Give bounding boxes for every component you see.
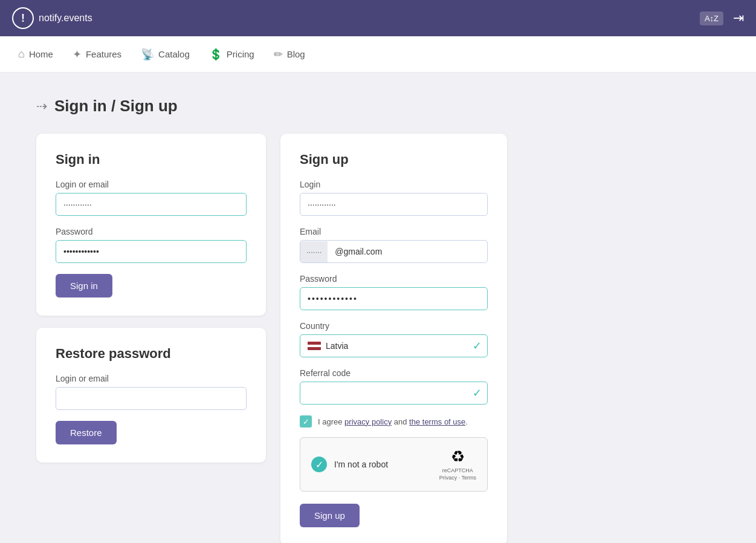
recaptcha-logo: ♻ reCAPTCHAPrivacy · Terms [439, 447, 476, 481]
pricing-icon: 💲 [209, 48, 222, 61]
signup-email-wrapper: ······· @gmail.com [300, 240, 488, 263]
navbar: ⌂ Home ✦ Features 📡 Catalog 💲 Pricing ✏ … [0, 36, 756, 73]
agree-text: I agree privacy policy and the terms of … [318, 417, 468, 426]
signup-button[interactable]: Sign up [300, 504, 360, 527]
signin-password-group: Password [56, 227, 247, 263]
topbar: ! notify.events A↕Z ⇥ [0, 0, 756, 36]
recaptcha-left: ✓ I'm not a robot [311, 457, 388, 472]
signup-card: Sign up Login Email ······· @gmail.com [280, 134, 507, 543]
recaptcha-brand: reCAPTCHAPrivacy · Terms [439, 467, 476, 481]
country-select-wrapper[interactable]: Latvia ✓ [300, 334, 488, 357]
email-prefix: ······· [300, 241, 328, 262]
nav-catalog[interactable]: 📡 Catalog [141, 48, 190, 61]
checkbox-check-icon: ✓ [303, 417, 309, 426]
nav-features-label: Features [86, 49, 121, 59]
signup-country-group: Country Latvia ✓ [300, 321, 488, 357]
logo-area[interactable]: ! notify.events [12, 7, 92, 29]
catalog-icon: 📡 [141, 48, 154, 61]
nav-features[interactable]: ✦ Features [73, 48, 121, 61]
logo-text: notify.events [39, 13, 92, 24]
signin-login-input[interactable] [56, 193, 247, 216]
referral-check-icon: ✓ [473, 386, 482, 400]
recaptcha-check-icon: ✓ [311, 457, 327, 472]
page-title-row: ⇢ Sign in / Sign up [36, 97, 720, 115]
signup-password-label: Password [300, 274, 488, 284]
signup-login-group: Login [300, 180, 488, 216]
restore-heading: Restore password [56, 346, 247, 362]
login-icon[interactable]: ⇥ [733, 10, 744, 26]
signup-login-label: Login [300, 180, 488, 189]
page-title-icon: ⇢ [36, 99, 47, 114]
signin-login-group: Login or email [56, 180, 247, 216]
signup-referral-input[interactable] [300, 382, 488, 405]
signup-login-input[interactable] [300, 193, 488, 216]
signup-email-group: Email ······· @gmail.com [300, 227, 488, 263]
signin-heading: Sign in [56, 152, 247, 167]
restore-card: Restore password Login or email Restore [36, 328, 266, 463]
nav-home[interactable]: ⌂ Home [18, 48, 53, 60]
features-icon: ✦ [73, 48, 82, 61]
left-column: Sign in Login or email Password Sign in … [36, 134, 266, 463]
main-content: ⇢ Sign in / Sign up Sign in Login or ema… [0, 73, 756, 543]
recaptcha-box[interactable]: ✓ I'm not a robot ♻ reCAPTCHAPrivacy · T… [300, 437, 488, 492]
terms-link[interactable]: the terms of use [409, 417, 465, 426]
nav-catalog-label: Catalog [158, 49, 190, 59]
agree-checkbox[interactable]: ✓ [300, 415, 312, 428]
signup-referral-label: Referral code [300, 368, 488, 378]
signup-country-label: Country [300, 321, 488, 331]
nav-pricing-label: Pricing [227, 49, 254, 59]
email-suffix: @gmail.com [328, 241, 487, 262]
agree-row: ✓ I agree privacy policy and the terms o… [300, 415, 488, 428]
signin-password-input[interactable] [56, 240, 247, 263]
signup-heading: Sign up [300, 152, 488, 167]
privacy-policy-link[interactable]: privacy policy [344, 417, 392, 426]
page-title: Sign in / Sign up [54, 97, 178, 115]
restore-button[interactable]: Restore [56, 421, 117, 444]
restore-login-group: Login or email [56, 374, 247, 410]
nav-home-label: Home [29, 49, 53, 59]
signup-password-input[interactable] [300, 287, 488, 310]
signin-button[interactable]: Sign in [56, 274, 112, 298]
country-value: Latvia [326, 341, 348, 351]
recaptcha-icon: ♻ [451, 447, 465, 466]
country-display[interactable]: Latvia [300, 334, 488, 357]
signin-login-label: Login or email [56, 180, 247, 189]
restore-login-label: Login or email [56, 374, 247, 383]
topbar-right: A↕Z ⇥ [700, 10, 744, 26]
cards-row: Sign in Login or email Password Sign in … [36, 134, 720, 543]
signup-email-label: Email [300, 227, 488, 236]
blog-icon: ✏ [274, 48, 283, 61]
signin-card: Sign in Login or email Password Sign in [36, 134, 266, 316]
referral-input-wrapper: ✓ [300, 382, 488, 405]
nav-pricing[interactable]: 💲 Pricing [209, 48, 254, 61]
signup-referral-group: Referral code ✓ [300, 368, 488, 405]
logo-icon: ! [12, 7, 34, 29]
language-button[interactable]: A↕Z [700, 11, 723, 25]
nav-blog-label: Blog [287, 49, 305, 59]
home-icon: ⌂ [18, 48, 25, 60]
signin-password-label: Password [56, 227, 247, 236]
right-column: Sign up Login Email ······· @gmail.com [280, 134, 507, 543]
latvia-flag [308, 342, 321, 350]
country-check-icon: ✓ [473, 339, 482, 353]
recaptcha-label: I'm not a robot [334, 460, 388, 469]
restore-login-input[interactable] [56, 387, 247, 410]
nav-blog[interactable]: ✏ Blog [274, 48, 305, 61]
signup-password-group: Password [300, 274, 488, 310]
